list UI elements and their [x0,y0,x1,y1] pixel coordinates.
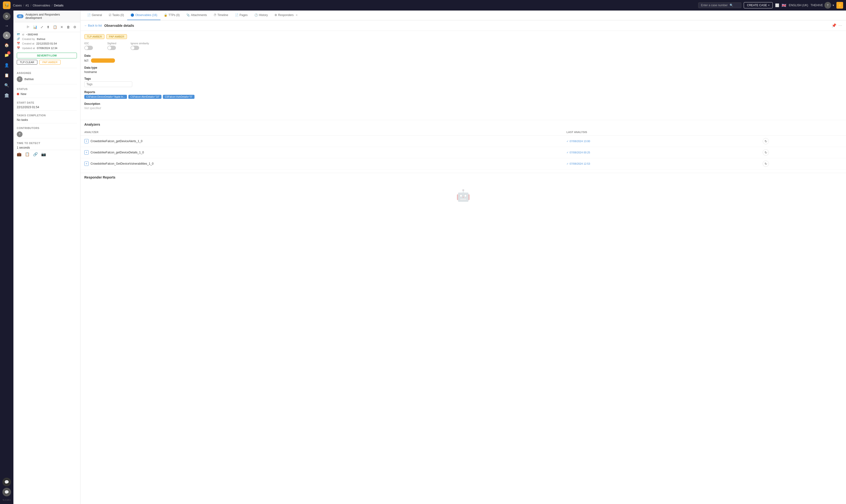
sighted-toggle[interactable] [107,46,116,50]
analyzer-name-2: + CrowdstrikeFalcon_getDeviceDetails_1_0 [84,150,559,155]
ttps-label: TTPs (0) [168,13,180,17]
analyzer-name-1: + CrowdstrikeFalcon_getDeviceAlerts_1_0 [84,139,559,143]
chat-icon-2[interactable]: 💬 [2,488,11,496]
close-button[interactable]: ✕ [59,24,64,30]
ioc-toggle[interactable] [84,46,93,50]
tab-observables[interactable]: 🔵 Observables (16) [127,11,160,20]
responders-tab-close[interactable]: ✕ [296,14,298,17]
delete-button[interactable]: 🗑 [66,24,71,30]
ignore-label: Ignore similarity [131,42,149,45]
tab-general[interactable]: 📄 General [84,11,105,20]
start-date-label: Start date [13,99,80,105]
tags-input[interactable] [84,82,132,87]
pap-amber-button[interactable]: PAP:AMBER [39,60,61,65]
tlp-clear-button[interactable]: TLP:CLEAR [17,60,37,65]
expand-button[interactable]: ⤢ [39,24,44,30]
sidebar-panel: #1 Analyzers and Responders development … [13,11,81,504]
re-run-button-1[interactable]: ↻ [763,138,769,144]
data-prefix: N7: [84,59,89,62]
breadcrumb-sep3: / [52,4,53,7]
tags-label: Tags [84,77,842,80]
created-by-icon: 🔗 [17,37,20,40]
report-badge-1[interactable]: CSFalcon:DeviceDetails="Apple In... [84,95,127,99]
copy-button[interactable]: 📋 [52,24,58,30]
status-dot [17,93,19,95]
nav-bank-icon[interactable]: 🏛️ [2,91,11,100]
tlp-amber-badge[interactable]: TLP:AMBER [84,34,104,39]
pin-button[interactable]: 📌 [832,23,836,28]
search-placeholder: Enter a case number [701,4,727,7]
link-tool-button[interactable]: 🔗 [33,152,38,157]
more-options-button[interactable]: ⋯ [838,23,842,28]
general-icon: 📄 [87,13,91,17]
severity-button[interactable]: SEVERITY:LOW [17,53,77,58]
assignee-row: T thehive [13,75,80,83]
responder-section-header: Responder Reports [81,173,846,182]
camera-tool-button[interactable]: 📷 [41,152,46,157]
user-avatar: T [825,2,831,8]
ioc-field: IOC [84,42,93,51]
tab-responders[interactable]: ⚙ Responders ✕ [271,11,301,20]
re-run-button-3[interactable]: ↻ [763,161,769,167]
tab-timeline[interactable]: ⏱ Timeline [210,11,231,20]
breadcrumb-sep2: / [30,4,31,7]
report-badge-3[interactable]: CSFalcon:VulnDetails="0" [163,95,194,99]
top-navigation: 🐝 Cases / #1 / Observables / Details Ent… [0,0,846,11]
re-run-button-2[interactable]: ↻ [763,149,769,156]
nav-folder-icon[interactable]: 📁 1 [2,51,11,59]
search-icon: 🔍 [730,4,733,7]
pages-icon: 📄 [235,13,239,17]
flag-button[interactable]: 🏳 [25,24,31,30]
tab-tasks[interactable]: ☑ Tasks (0) [105,11,127,20]
lightning-button[interactable]: ⚡ [836,2,843,8]
divider-2 [17,84,77,84]
pap-amber-badge[interactable]: PAP:AMBER [106,34,127,39]
nav-user-icon[interactable]: 👤 [2,61,11,69]
tlp-pap-row: TLP:CLEAR PAP:AMBER [13,60,80,67]
chart-button[interactable]: 📊 [32,24,38,30]
description-value: Not specified [84,107,842,110]
report-badge-2[interactable]: CSFalcon:AlertDetails="10" [128,95,161,99]
nav-arrow-icon[interactable]: → [2,21,11,30]
tab-attachments[interactable]: 📎 Attachments [183,11,210,20]
id-label: id [22,33,24,36]
analyzer-row-3: + CrowdstrikeFalcon_GetDeviceVulnerabili… [81,158,846,169]
tab-history[interactable]: 🕐 History [251,11,271,20]
nav-tasks-icon[interactable]: 📋 [2,71,11,79]
time-detect-value: 1 seconds [13,145,80,150]
analyzer-add-icon-2[interactable]: + [84,150,89,155]
breadcrumb-observables[interactable]: Observables [33,4,50,7]
reports-row: CSFalcon:DeviceDetails="Apple In... CSFa… [84,95,842,99]
analyzer-col-header: ANALYZER [81,129,563,136]
breadcrumb-sep1: / [23,4,24,7]
tab-pages[interactable]: 📄 Pages [231,11,251,20]
breadcrumb-cases[interactable]: Cases [13,4,22,7]
history-icon: 🕐 [254,13,258,17]
upload-button[interactable]: ⬆ [46,24,51,30]
back-to-list-link[interactable]: ← Back to list [84,24,102,27]
nav-home-icon[interactable]: 🏠 [2,41,11,49]
obs-tags-row: TLP:AMBER PAP:AMBER [84,34,842,39]
settings-button[interactable]: ⚙ [72,24,77,30]
timeline-icon: ⏱ [214,13,217,17]
data-value-row: N7: ████████ [84,58,842,63]
suitcase-tool-button[interactable]: 💼 [17,152,21,157]
created-at-value: 22/12/2023 01:54 [36,42,57,45]
attachments-label: Attachments [191,13,207,17]
monitor-icon[interactable]: ⬜ [775,3,779,7]
language-selector[interactable]: ENGLISH (UK) [789,4,808,7]
history-label: History [259,13,268,17]
user-menu[interactable]: THEHIVE T ▾ [811,2,834,8]
nav-search-icon[interactable]: 🔍 [2,81,11,90]
ignore-toggle[interactable] [131,46,139,50]
topnav-icons: ⬜ [775,3,779,7]
tab-ttps[interactable]: 🔒 TTPs (0) [160,11,183,20]
id-row: 🪪 id ~3682448 [13,32,80,37]
analyzer-add-icon-3[interactable]: + [84,162,89,166]
analyzer-add-icon-1[interactable]: + [84,139,89,143]
case-search[interactable]: Enter a case number 🔍 [698,2,741,8]
chat-icon-1[interactable]: 💬 [2,478,11,486]
breadcrumb-case-num[interactable]: #1 [25,4,29,7]
list-tool-button[interactable]: 📋 [25,152,30,157]
create-case-button[interactable]: CREATE CASE + [744,2,773,8]
